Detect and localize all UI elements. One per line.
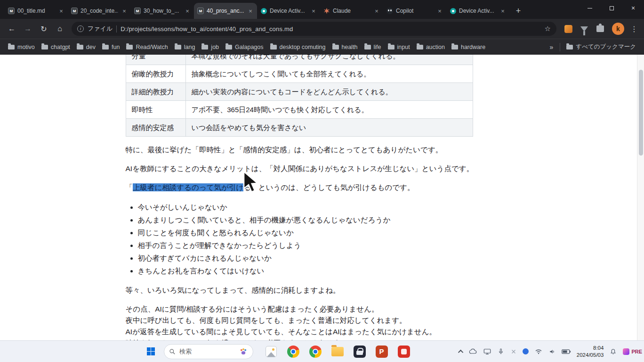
- taskbar-clock[interactable]: 8:04 2024/05/03: [577, 345, 604, 359]
- url-scheme-chip: ファイル: [88, 25, 113, 33]
- profile-avatar[interactable]: k: [612, 23, 624, 35]
- image-icon: [266, 346, 277, 357]
- bookmark-folder-auction[interactable]: auction: [413, 42, 448, 52]
- tab-claude[interactable]: Claude ×: [320, 3, 383, 19]
- line: AIが返答を生成している間によそ見していても、そんなことはAIはまったく気にかけ…: [126, 326, 523, 337]
- url-text[interactable]: D:/projects/lessons/how_to_ai/content/40…: [121, 25, 540, 33]
- tab-close-icon[interactable]: ×: [310, 8, 317, 15]
- extension-funnel-icon[interactable]: [579, 24, 589, 34]
- tray-overflow-chevron-icon[interactable]: [458, 349, 463, 354]
- bookmark-folder-job[interactable]: job: [198, 42, 222, 52]
- bookmark-star-icon[interactable]: ☆: [545, 25, 551, 33]
- bookmark-folder-chatgpt[interactable]: chatgpt: [38, 42, 73, 52]
- folder-icon: [102, 45, 109, 49]
- bookmark-folder-motivo[interactable]: motivo: [5, 42, 38, 52]
- tab-title: 40_pros_anc...: [207, 8, 244, 14]
- new-tab-button[interactable]: +: [512, 5, 524, 17]
- bookmarks-overflow-chevron[interactable]: »: [546, 43, 557, 51]
- notification-bell-icon[interactable]: [609, 347, 617, 355]
- chrome-profile2-app-icon[interactable]: [309, 345, 322, 358]
- red-app-icon[interactable]: [397, 345, 410, 358]
- bookmark-folder-read-watch[interactable]: Read/Watch: [123, 42, 171, 52]
- home-button[interactable]: ⌂: [53, 22, 67, 36]
- bookmark-folder-input[interactable]: input: [385, 42, 413, 52]
- page-content: 分量 本職な規模でのそれは大量であってもサクサクこなしてくれる。 俯瞰的教授力 …: [0, 55, 644, 340]
- tab-copilot[interactable]: Copilot ×: [383, 3, 446, 19]
- tab-close-icon[interactable]: ×: [121, 8, 128, 15]
- onedrive-cloud-icon[interactable]: [469, 347, 477, 356]
- vertical-scrollbar[interactable]: [637, 55, 644, 340]
- image-viewer-app-icon[interactable]: [265, 345, 277, 358]
- tab-close-icon[interactable]: ×: [499, 8, 506, 15]
- disconnected-x-icon[interactable]: [510, 348, 517, 355]
- tab-20-code[interactable]: M 20_code_inte... ×: [68, 3, 131, 19]
- search-placeholder: 検索: [179, 347, 192, 356]
- bookmark-folder-lang[interactable]: lang: [171, 42, 199, 52]
- bookmark-folder-life[interactable]: life: [361, 42, 385, 52]
- folder-icon: [8, 45, 15, 49]
- table-cell-text: アポ不要、365日24時間いつでも快く対応してくれる。: [185, 101, 473, 119]
- folder-icon: [331, 347, 344, 356]
- scrollbar-thumb[interactable]: [639, 70, 643, 156]
- tab-close-icon[interactable]: ×: [373, 8, 380, 15]
- folder-icon: [332, 45, 339, 49]
- bookmark-folder-hardware[interactable]: hardware: [448, 42, 489, 52]
- tab-40-pros-and-cons-active[interactable]: M 40_pros_anc... ×: [194, 3, 257, 19]
- folder-icon: [77, 45, 83, 49]
- minimize-button[interactable]: [579, 0, 601, 16]
- taskbar-search-box[interactable]: 検索: [164, 344, 253, 359]
- tab-device-activity-2[interactable]: Device Activ... ×: [446, 3, 509, 19]
- paragraph-ai-teacher-merit: AIを教師にすることの大きなメリットは、「対人関係にありがちなストレスが生じない…: [126, 163, 523, 174]
- p-letter-icon: P: [376, 346, 388, 358]
- blue-status-icon[interactable]: [523, 348, 529, 354]
- microphone-icon[interactable]: [497, 348, 505, 355]
- bookmark-folder-dev[interactable]: dev: [73, 42, 99, 52]
- bookmark-folder-fun[interactable]: fun: [99, 42, 123, 52]
- back-button[interactable]: ←: [5, 22, 19, 36]
- tab-30-how-to[interactable]: M 30_how_to_... ×: [131, 3, 194, 19]
- browser-menu-icon[interactable]: ⋮: [629, 25, 639, 33]
- tab-00-title[interactable]: M 00_title.md ×: [5, 3, 68, 19]
- folder-icon: [175, 45, 181, 49]
- display-icon[interactable]: [483, 347, 491, 356]
- paragraph-immediacy-note: 特に、最後に挙げた「即時性」と「感情的安定感」は、初心者にとってとてもありがたい…: [126, 144, 523, 156]
- tab-close-icon[interactable]: ×: [58, 8, 64, 15]
- bookmark-label: job: [211, 44, 219, 50]
- tab-close-icon[interactable]: ×: [436, 8, 443, 15]
- extension-orange-icon[interactable]: [563, 24, 573, 34]
- volume-icon[interactable]: [548, 348, 556, 355]
- tab-device-activity-1[interactable]: Device Activ... ×: [257, 3, 320, 19]
- p-app-icon[interactable]: P: [375, 345, 388, 358]
- paragraph-emotional-drain: 等々、いろいろ気になってしまって、感情的に消耗しますよね。: [126, 285, 523, 296]
- close-window-button[interactable]: ×: [622, 0, 644, 16]
- reload-button[interactable]: ↻: [37, 22, 51, 36]
- wifi-icon[interactable]: [534, 347, 543, 356]
- red-square-icon: [398, 346, 410, 358]
- maximize-icon: [610, 6, 614, 10]
- folder-icon: [225, 45, 232, 49]
- bookmark-label: auction: [426, 44, 445, 50]
- extensions-puzzle-icon[interactable]: [595, 24, 605, 34]
- security-app-icon[interactable]: [353, 345, 366, 358]
- device-activity-icon: [450, 8, 456, 14]
- page-info-icon[interactable]: i: [77, 25, 84, 32]
- bookmark-folder-desktop-comuting[interactable]: desktop comuting: [267, 42, 329, 52]
- worry-list: 今いそがしいんじゃないか あんまりしつこく聞いていると、相手の機嫌が悪くなるんじ…: [126, 201, 523, 277]
- clock-date: 2024/05/03: [577, 352, 604, 359]
- address-bar[interactable]: i ファイル D:/projects/lessons/how_to_ai/con…: [72, 22, 556, 36]
- maximize-button[interactable]: [601, 0, 622, 16]
- chrome-app-icon[interactable]: [287, 345, 299, 358]
- start-button[interactable]: [141, 342, 160, 361]
- battery-icon[interactable]: [562, 348, 571, 355]
- claude-icon: [324, 8, 330, 14]
- markdown-file-icon: M: [197, 8, 204, 14]
- bookmark-folder-galapagos[interactable]: Galapagos: [222, 42, 266, 52]
- tab-close-icon[interactable]: ×: [184, 8, 191, 15]
- tab-close-icon[interactable]: ×: [247, 8, 254, 15]
- extension-funnel-glyph: [580, 26, 588, 32]
- forward-button[interactable]: →: [21, 22, 35, 36]
- bookmark-folder-health[interactable]: health: [329, 42, 361, 52]
- file-explorer-app-icon[interactable]: [331, 345, 344, 358]
- list-item: 相手の言うことが理解できなかったらどうしよう: [138, 239, 523, 252]
- all-bookmarks-button[interactable]: すべてのブックマーク: [563, 41, 639, 52]
